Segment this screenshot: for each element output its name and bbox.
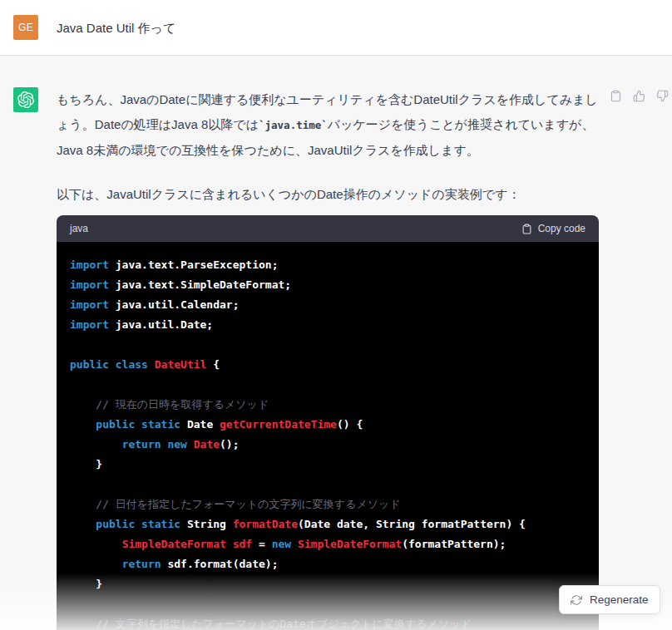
code-line: import java.util.Calendar;	[70, 295, 586, 315]
regenerate-icon	[571, 594, 582, 606]
thumbs-down-button[interactable]	[656, 90, 669, 102]
thumbs-up-button[interactable]	[633, 90, 645, 102]
code-line: // 現在の日時を取得するメソッド	[70, 395, 586, 415]
user-avatar: GE	[13, 15, 38, 40]
user-message-text: Java Date Util 作って	[57, 15, 175, 37]
code-block: java Copy code import java.text.ParseExc…	[57, 215, 599, 630]
code-line: public class DateUtil {	[70, 355, 586, 375]
code-language-label: java	[70, 223, 88, 234]
code-line: import java.text.SimpleDateFormat;	[70, 275, 586, 295]
assistant-message-body: もちろん、JavaのDateに関連する便利なユーティリティを含むDateUtil…	[57, 87, 599, 630]
code-line: return new Date();	[70, 435, 586, 455]
inline-code-java-time: `java.time`	[259, 119, 328, 131]
copy-message-button[interactable]	[610, 90, 622, 102]
assistant-paragraph-1: もちろん、JavaのDateに関連する便利なユーティリティを含むDateUtil…	[57, 87, 599, 163]
copy-icon	[610, 90, 622, 102]
code-line	[70, 375, 586, 395]
code-line: // 文字列を指定したフォーマットのDateオブジェクトに変換するメソッド	[70, 614, 586, 630]
message-actions	[610, 90, 669, 102]
thumbs-down-icon	[656, 90, 669, 102]
code-content: import java.text.ParseException;import j…	[57, 242, 599, 630]
code-line	[70, 594, 586, 614]
code-line: }	[70, 574, 586, 594]
assistant-avatar	[13, 87, 38, 112]
regenerate-button[interactable]: Regenerate	[559, 585, 660, 614]
copy-code-button[interactable]: Copy code	[521, 223, 586, 234]
code-block-header: java Copy code	[57, 215, 599, 242]
code-line: public static String formatDate(Date dat…	[70, 514, 586, 534]
assistant-paragraph-2: 以下は、JavaUtilクラスに含まれるいくつかのDate操作のメソッドの実装例…	[57, 182, 599, 207]
code-line: // 日付を指定したフォーマットの文字列に変換するメソッド	[70, 495, 586, 514]
thumbs-up-icon	[633, 90, 645, 102]
regenerate-label: Regenerate	[590, 593, 649, 606]
copy-code-label: Copy code	[538, 223, 586, 234]
user-message-row: GE Java Date Util 作って	[0, 0, 672, 56]
code-line: import java.text.ParseException;	[70, 255, 586, 275]
code-line: import java.util.Date;	[70, 315, 586, 335]
assistant-message-row: もちろん、JavaのDateに関連する便利なユーティリティを含むDateUtil…	[0, 56, 672, 630]
code-line	[70, 475, 586, 495]
code-line: public static Date getCurrentDateTime() …	[70, 415, 586, 435]
code-line	[70, 335, 586, 355]
code-line: }	[70, 455, 586, 475]
chat-view: GE Java Date Util 作って もちろん、JavaのDateに関連す…	[0, 0, 672, 630]
code-line: return sdf.format(date);	[70, 554, 586, 574]
openai-logo-icon	[17, 91, 34, 108]
code-line: SimpleDateFormat sdf = new SimpleDateFor…	[70, 534, 586, 554]
clipboard-icon	[521, 224, 532, 234]
